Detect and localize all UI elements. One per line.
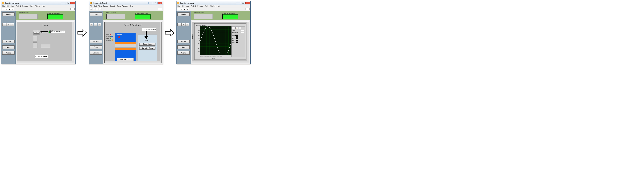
login-button[interactable]: Login	[90, 12, 102, 16]
pause-icon[interactable]: II	[99, 8, 102, 10]
menu-project[interactable]: Project	[191, 5, 196, 7]
menu-operate[interactable]: Operate	[110, 5, 116, 7]
toolbar-search[interactable]	[158, 8, 162, 10]
boolean-led[interactable]	[48, 31, 50, 33]
menu-view[interactable]: View	[11, 5, 14, 7]
run-continuous-icon[interactable]: ⟳	[180, 8, 183, 10]
titlebar[interactable]: Operator interface.vi _ ▢ ✕	[89, 1, 163, 5]
scrollbar-vertical[interactable]	[72, 22, 74, 63]
press1-ok-button[interactable]: OK	[34, 32, 40, 34]
mode-radio[interactable]: I G S	[178, 23, 190, 26]
titlebar[interactable]: Operator interface.vi _ ▢ ✕	[2, 1, 75, 5]
menu-tools[interactable]: Tools	[30, 5, 33, 7]
mode-i[interactable]: I	[90, 23, 94, 26]
cycle-graph-button[interactable]: Cycle Graph	[139, 43, 156, 46]
menu-operate[interactable]: Operate	[197, 5, 203, 7]
mode-i[interactable]: I	[178, 23, 181, 26]
pause-icon[interactable]: II	[186, 8, 189, 10]
mode-s[interactable]: S	[98, 23, 101, 26]
menubar[interactable]: File Edit View Project Operate Tools Win…	[176, 5, 250, 8]
deviation-trend-button[interactable]: Deviation Trend	[139, 46, 156, 49]
scrollbar-vertical[interactable]	[247, 22, 249, 63]
run-icon[interactable]: ▷	[90, 8, 92, 10]
stop-icon[interactable]: ●	[183, 8, 186, 10]
mode-i[interactable]: I	[2, 23, 6, 26]
mode-radio[interactable]: I G S	[2, 23, 14, 26]
menu-operate[interactable]: Operate	[22, 5, 28, 7]
legend-time-field[interactable]	[241, 30, 244, 31]
pause-icon[interactable]: II	[11, 8, 14, 10]
alarms-button[interactable]: Alarms	[90, 51, 102, 55]
menu-file[interactable]: File	[90, 5, 92, 7]
scrollbar-horizontal[interactable]	[17, 61, 74, 63]
close-button[interactable]: ✕	[245, 2, 250, 4]
menu-window[interactable]: Window	[35, 5, 40, 7]
menu-project[interactable]: Project	[103, 5, 108, 7]
maximize-button[interactable]: ▢	[153, 2, 158, 4]
menu-edit[interactable]: Edit	[182, 5, 184, 7]
mode-g[interactable]: G	[182, 23, 185, 26]
mode-s[interactable]: S	[185, 23, 189, 26]
legend-item-3[interactable]: Plot 3	[232, 40, 236, 41]
close-button[interactable]: ✕	[70, 2, 75, 4]
maximize-button[interactable]: ▢	[241, 2, 245, 4]
menu-edit[interactable]: Edit	[6, 5, 9, 7]
menu-window[interactable]: Window	[122, 5, 128, 7]
alarms-button[interactable]: Alarms	[178, 51, 190, 55]
menu-project[interactable]: Project	[16, 5, 21, 7]
menu-help[interactable]: Help	[42, 5, 45, 7]
legend-item-0[interactable]: Sine	[232, 34, 235, 36]
menu-tools[interactable]: Tools	[117, 5, 121, 7]
login-button[interactable]: Login	[178, 12, 190, 16]
run-icon[interactable]: ▷	[177, 8, 180, 10]
scrollbar-horizontal[interactable]	[192, 61, 249, 63]
scrollbar-horizontal[interactable]	[105, 61, 161, 63]
graph-palette-tools[interactable]: ⊞✋✥	[232, 27, 244, 29]
minimize-button[interactable]: _	[61, 2, 65, 4]
back-button[interactable]: Back	[90, 45, 102, 49]
toolbar-search[interactable]	[70, 8, 74, 10]
legend-amp-field[interactable]	[241, 32, 244, 33]
back-button[interactable]: Back	[178, 45, 190, 49]
mode-g[interactable]: G	[94, 23, 97, 26]
graph-legend[interactable]: ⊞✋✥ Time Amplitude Sine Plot 1 Plot 2 Pl…	[232, 26, 245, 57]
menubar[interactable]: File Edit View Project Operate Tools Win…	[89, 5, 163, 8]
minimize-button[interactable]: _	[236, 2, 240, 4]
menubar[interactable]: File Edit View Project Operate Tools Win…	[2, 5, 75, 8]
start-cycle-button[interactable]: START CYCLE	[117, 58, 134, 61]
toolbar-search[interactable]	[246, 8, 250, 10]
run-continuous-icon[interactable]: ⟳	[93, 8, 96, 10]
error-messages-box	[19, 14, 38, 19]
home-button[interactable]: HOME	[178, 40, 190, 43]
menu-view[interactable]: View	[98, 5, 102, 7]
menu-tools[interactable]: Tools	[204, 5, 208, 7]
login-button[interactable]: Login	[2, 12, 14, 16]
back-button[interactable]: Back	[2, 45, 14, 49]
menu-view[interactable]: View	[186, 5, 189, 7]
legend-item-1[interactable]: Plot 1	[232, 36, 236, 38]
alarms-button[interactable]: Alarms	[2, 51, 14, 55]
minimize-button[interactable]: _	[148, 2, 153, 4]
stop-icon[interactable]: ●	[96, 8, 98, 10]
run-icon[interactable]: ▷	[2, 8, 5, 10]
mode-g[interactable]: G	[6, 23, 10, 26]
menu-file[interactable]: File	[2, 5, 5, 7]
maximize-button[interactable]: ▢	[66, 2, 70, 4]
mode-s[interactable]: S	[10, 23, 14, 26]
menu-edit[interactable]: Edit	[94, 5, 97, 7]
stop-icon[interactable]: ●	[8, 8, 11, 10]
home-button[interactable]: HOME	[2, 40, 14, 43]
menu-window[interactable]: Window	[210, 5, 216, 7]
menu-help[interactable]: Help	[217, 5, 220, 7]
close-button[interactable]: ✕	[158, 2, 162, 4]
run-continuous-icon[interactable]: ⟳	[5, 8, 8, 10]
menu-help[interactable]: Help	[130, 5, 133, 7]
titlebar[interactable]: Operator interface.vi _ ▢ ✕	[176, 1, 250, 5]
plot-area[interactable]	[200, 26, 232, 55]
menu-file[interactable]: File	[178, 5, 180, 7]
legend-item-4[interactable]: Plot 4	[232, 41, 236, 43]
home-button[interactable]: HOME	[90, 40, 102, 43]
legend-item-2[interactable]: Plot 2	[232, 38, 236, 39]
scrollbar-vertical[interactable]	[160, 22, 161, 63]
mode-radio[interactable]: I G S	[90, 23, 102, 26]
